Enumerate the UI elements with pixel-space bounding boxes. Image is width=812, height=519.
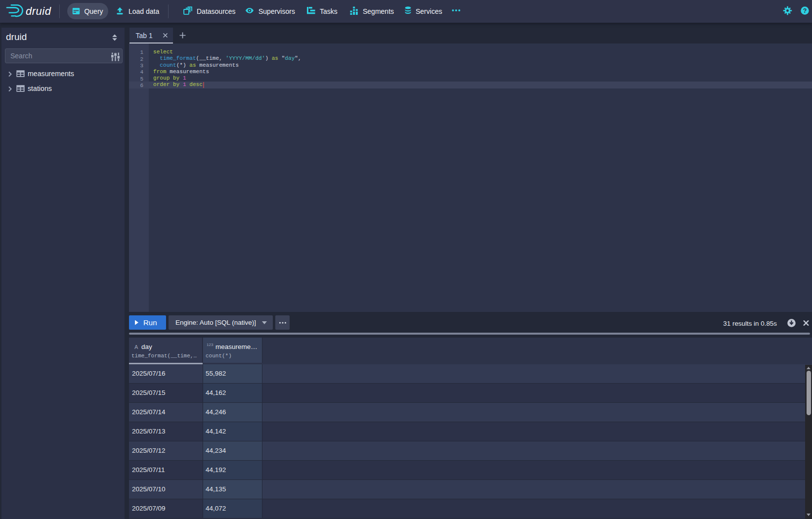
svg-text:?: ? (803, 7, 807, 14)
